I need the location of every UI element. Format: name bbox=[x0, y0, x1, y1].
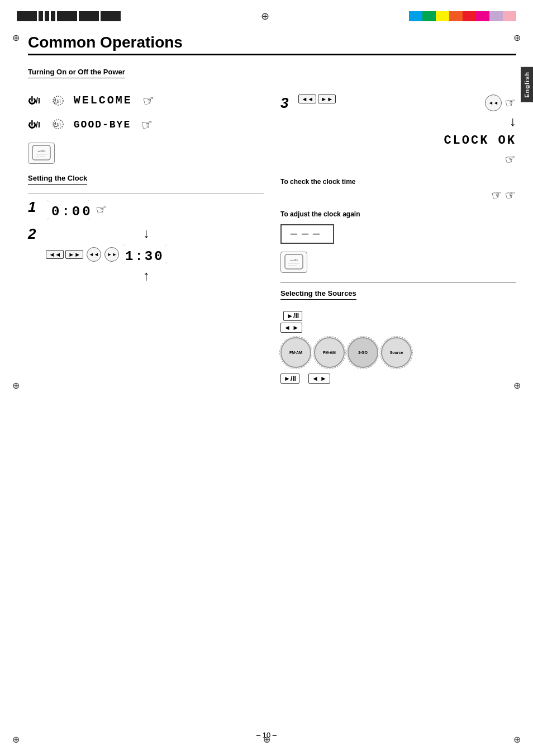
swatch-cyan bbox=[409, 11, 422, 21]
prev-btn[interactable]: ◄◄ bbox=[46, 250, 64, 259]
selecting-sources-title: Selecting the Sources bbox=[280, 289, 356, 300]
power-off-row: ⏻/I ⏻/I GOOD-BYE ☞ bbox=[28, 115, 264, 135]
bracket-dash-1: — bbox=[291, 228, 302, 240]
play-pause-btn-2[interactable]: ►/II bbox=[280, 374, 299, 384]
svg-rect-19 bbox=[285, 254, 303, 269]
step2-arrow-up: ↑ bbox=[143, 268, 150, 284]
step1-content: 0:00 ☞ bbox=[46, 199, 107, 221]
step2-display-block: ◄◄ ►► bbox=[87, 247, 119, 262]
step2-content: ◄◄ ►► ◄◄ ►► ↓ bbox=[46, 225, 170, 284]
svg-line-16 bbox=[165, 244, 167, 247]
notes-icon-left: 𝓃𝑜𝓉𝑒𝓈 bbox=[28, 143, 55, 164]
turning-on-off-section: Turning On or Off the Power ⏻/I ⏻/I · bbox=[28, 67, 264, 135]
prev-next-btn-2[interactable]: ◄ ► bbox=[308, 374, 330, 384]
svg-text:𝓃𝑜𝓉𝑒𝓈: 𝓃𝑜𝓉𝑒𝓈 bbox=[290, 258, 298, 262]
step1-number: 1 bbox=[28, 199, 36, 216]
black-bar bbox=[39, 11, 43, 21]
setting-clock-title: Setting the Clock bbox=[28, 174, 87, 185]
step1-hand-icon: ☞ bbox=[95, 201, 108, 218]
step3-circle-hand: ◄◄ ☞ bbox=[485, 94, 516, 111]
step2-buttons: ◄◄ ►► bbox=[46, 250, 83, 259]
fm-am-label-1: FM·AM bbox=[289, 351, 302, 355]
black-bar bbox=[17, 11, 37, 21]
svg-text:0:00: 0:00 bbox=[51, 204, 91, 219]
step2-clock-display: 1:30 bbox=[122, 243, 170, 266]
step2-number: 2 bbox=[28, 225, 36, 243]
clock-ok-display: CLOCK OK bbox=[444, 134, 516, 148]
check-clock-block: To check the clock time ☞ ☞ bbox=[280, 178, 516, 202]
power-on-row: ⏻/I ⏻/I · WELCOME bbox=[28, 89, 264, 111]
swatch-red bbox=[463, 11, 476, 21]
prev-next-btn[interactable]: ◄ ► bbox=[280, 323, 302, 333]
swatch-green bbox=[422, 11, 436, 21]
adjust-again-label: To adjust the clock again bbox=[280, 210, 516, 218]
step1-display-block: 0:00 bbox=[46, 199, 91, 221]
svg-line-11 bbox=[88, 200, 89, 201]
play-pause-btn[interactable]: ►/II bbox=[283, 311, 302, 321]
sources-controls-row: ►/II ◄ ► bbox=[280, 311, 516, 333]
black-bar bbox=[101, 11, 121, 21]
sources-bottom-controls: ►/II ◄ ► bbox=[280, 374, 516, 384]
2go-btn[interactable]: 2·GO bbox=[348, 337, 378, 368]
svg-line-18 bbox=[165, 262, 167, 264]
hand-cursor-icon: ☞ bbox=[141, 92, 156, 109]
fm-am-label-2: FM·AM bbox=[323, 351, 336, 355]
left-column: Turning On or Off the Power ⏻/I ⏻/I · bbox=[28, 67, 264, 384]
left-top-crosshair: ⊕ bbox=[12, 32, 20, 43]
sources-separator bbox=[280, 282, 516, 282]
step3-number: 3 bbox=[280, 94, 288, 112]
black-bar bbox=[45, 11, 49, 21]
check-clock-hand-1: ☞ bbox=[491, 187, 504, 203]
swatch-lavender bbox=[489, 11, 503, 21]
bracket-dash-2: — bbox=[302, 228, 313, 240]
step2-lcd-svg: 1:30 bbox=[122, 243, 170, 266]
black-bar bbox=[51, 11, 55, 21]
power-off-symbol: ⏻/I bbox=[28, 120, 40, 129]
2go-label: 2·GO bbox=[358, 351, 368, 355]
step3-buttons: ◄◄ ►► bbox=[298, 94, 336, 103]
source-btn[interactable]: Source bbox=[381, 337, 412, 368]
welcome-display: WELCOME bbox=[67, 92, 139, 109]
step3-row: 3 ◄◄ ►► ◄◄ ☞ ↓ CLOCK OK ☞ bbox=[280, 94, 516, 167]
step3-circle-btn[interactable]: ◄◄ bbox=[485, 94, 502, 111]
step2-prev-circle[interactable]: ◄◄ bbox=[87, 247, 101, 262]
notes-icon-svg: 𝓃𝑜𝓉𝑒𝓈 bbox=[31, 144, 51, 161]
svg-text:⏻/I: ⏻/I bbox=[53, 122, 61, 127]
power-dotted-svg: ⏻/I · bbox=[46, 95, 64, 106]
step3-block: 3 ◄◄ ►► ◄◄ ☞ ↓ CLOCK OK ☞ bbox=[280, 94, 516, 384]
step2-next-circle[interactable]: ►► bbox=[104, 247, 119, 262]
swatch-magenta bbox=[476, 11, 489, 21]
fm-am-btn-1[interactable]: FM·AM bbox=[280, 337, 311, 368]
source-label: Source bbox=[390, 351, 403, 355]
title-underline bbox=[28, 54, 516, 55]
svg-line-10 bbox=[47, 200, 49, 201]
step3-hand-icon-2: ☞ bbox=[504, 151, 517, 167]
bottom-crosshair: ⊕ bbox=[263, 734, 270, 745]
adjust-bracket-display: — — — bbox=[280, 224, 334, 244]
swatch-orange bbox=[449, 11, 463, 21]
svg-line-15 bbox=[123, 244, 125, 247]
next-btn[interactable]: ►► bbox=[65, 250, 83, 259]
main-content: Common Operations Turning On or Off the … bbox=[28, 34, 516, 711]
svg-text:⏻/I: ⏻/I bbox=[53, 98, 61, 104]
step3-right-side: ◄◄ ☞ ↓ CLOCK OK ☞ bbox=[444, 94, 516, 167]
step1-lcd-svg: 0:00 bbox=[46, 199, 91, 221]
notes-icon-right-svg: 𝓃𝑜𝓉𝑒𝓈 bbox=[284, 253, 304, 270]
step3-next-btn[interactable]: ►► bbox=[318, 94, 336, 103]
bottom-left-crosshair: ⊕ bbox=[12, 734, 20, 745]
bottom-right-crosshair: ⊕ bbox=[513, 734, 521, 745]
notes-icon-right: 𝓃𝑜𝓉𝑒𝓈 bbox=[280, 252, 307, 273]
setting-clock-section: Setting the Clock 1 0:00 bbox=[28, 173, 264, 284]
goodbye-display: GOOD-BYE bbox=[67, 117, 137, 133]
welcome-display-block: WELCOME bbox=[67, 89, 139, 111]
black-bar bbox=[79, 11, 99, 21]
step3-prev-btn[interactable]: ◄◄ bbox=[298, 94, 316, 103]
page-title: Common Operations bbox=[28, 34, 516, 51]
color-swatches bbox=[409, 11, 516, 21]
step3-arrow-down: ↓ bbox=[510, 114, 516, 129]
swatch-pink bbox=[503, 11, 516, 21]
sources-symbols: ►/II ◄ ► bbox=[280, 311, 302, 333]
selecting-sources-section: Selecting the Sources ►/II ◄ ► FM·AM bbox=[280, 282, 516, 384]
fm-am-btn-2[interactable]: FM·AM bbox=[314, 337, 345, 368]
check-clock-hand-2: ☞ bbox=[504, 187, 517, 203]
